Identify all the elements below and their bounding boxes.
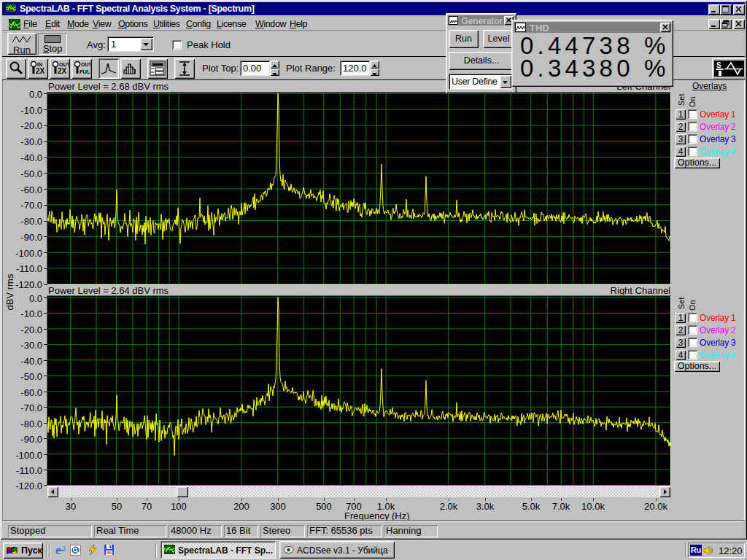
svg-text:S: S [716,61,721,69]
svg-text:2X: 2X [36,67,45,75]
svg-text:2X: 2X [58,67,67,75]
svg-text:IN: IN [37,62,42,67]
svg-text:FULL: FULL [80,69,90,75]
svg-text:OUT: OUT [59,62,69,67]
svg-text:OUT: OUT [81,62,90,67]
svg-text:e: e [55,544,61,556]
